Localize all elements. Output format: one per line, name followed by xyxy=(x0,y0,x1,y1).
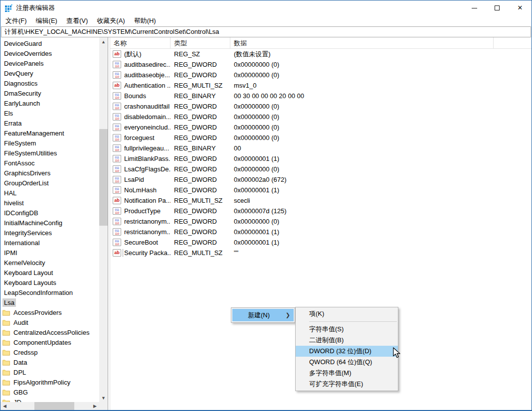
address-bar[interactable]: 计算机\HKEY_LOCAL_MACHINE\SYSTEM\CurrentCon… xyxy=(1,26,531,37)
column-header-type[interactable]: 类型 xyxy=(171,37,230,49)
value-name-cell: LsaPid xyxy=(110,175,171,184)
tree-item[interactable]: DmaSecurity xyxy=(0,88,99,98)
tree-item[interactable]: GroupOrderList xyxy=(0,178,99,188)
registry-value-row[interactable]: (默认) REG_SZ (数值未设置) xyxy=(110,49,532,59)
registry-value-row[interactable]: disabledomain... REG_DWORD 0x00000000 (0… xyxy=(110,112,532,122)
tree-item[interactable]: Keyboard Layout xyxy=(0,268,99,277)
tree-item[interactable]: InitialMachineConfig xyxy=(0,218,99,228)
tree-item-label: FontAssoc xyxy=(2,159,36,167)
vertical-scrollbar-thumb[interactable] xyxy=(99,129,108,226)
tree-item-label: InitialMachineConfig xyxy=(2,219,64,227)
tree-item[interactable]: IPMI xyxy=(0,248,99,258)
context-menu-item-new[interactable]: 新建(N) ❯ xyxy=(232,309,294,321)
tree-item[interactable]: DevicePanels xyxy=(0,58,99,68)
tree-item[interactable]: LeapSecondInformation xyxy=(0,287,99,297)
tree-item[interactable]: Credssp xyxy=(0,347,99,357)
tree-item[interactable]: IntegrityServices xyxy=(0,228,99,238)
registry-value-row[interactable]: Authentication ... REG_MULTI_SZ msv1_0 xyxy=(110,80,532,91)
tree-item[interactable]: DPL xyxy=(0,367,99,377)
registry-value-row[interactable]: SecureBoot REG_DWORD 0x00000001 (1) xyxy=(110,237,532,248)
value-type: REG_DWORD xyxy=(171,61,230,68)
registry-editor-window: 注册表编辑器 ✕ 文件(F)编辑(E)查看(V)收藏夹(A)帮助(H) 计算机\… xyxy=(0,0,532,411)
tree-item-label: hivelist xyxy=(2,199,25,207)
scroll-up-icon[interactable]: ▲ xyxy=(99,37,108,46)
tree-item[interactable]: JD xyxy=(0,397,99,402)
tree-item[interactable]: Audit xyxy=(0,317,99,327)
registry-value-row[interactable]: fullprivilegeau... REG_BINARY 00 xyxy=(110,143,532,153)
tree-vertical-scrollbar[interactable]: ▲ ▼ xyxy=(99,37,108,402)
menu-bar-item[interactable]: 查看(V) xyxy=(62,15,92,27)
registry-value-row[interactable]: Bounds REG_BINARY 00 30 00 00 00 20 00 0… xyxy=(110,91,532,101)
registry-value-row[interactable]: auditbasedirec... REG_DWORD 0x00000000 (… xyxy=(110,59,532,70)
submenu-item[interactable]: 多字符串值(M) xyxy=(296,368,398,379)
registry-value-row[interactable]: NoLmHash REG_DWORD 0x00000001 (1) xyxy=(110,185,532,195)
registry-value-row[interactable]: Notification Pa... REG_MULTI_SZ scecli xyxy=(110,195,532,206)
submenu-item[interactable]: QWORD (64 位)值(Q) xyxy=(296,357,398,368)
tree-item[interactable]: FipsAlgorithmPolicy xyxy=(0,377,99,387)
tree-item[interactable]: HAL xyxy=(0,188,99,198)
submenu-item[interactable]: DWORD (32 位)值(D) xyxy=(296,346,398,357)
registry-value-row[interactable]: everyoneinclud... REG_DWORD 0x00000000 (… xyxy=(110,122,532,133)
tree-item[interactable]: Data xyxy=(0,357,99,367)
menu-bar-item[interactable]: 编辑(E) xyxy=(31,15,62,27)
tree-item[interactable]: FileSystemUtilities xyxy=(0,148,99,158)
tree-item[interactable]: DeviceOverrides xyxy=(0,48,99,58)
maximize-button[interactable] xyxy=(486,0,509,15)
tree-item[interactable]: FileSystem xyxy=(0,138,99,148)
tree-item[interactable]: FontAssoc xyxy=(0,158,99,168)
value-data: "" xyxy=(230,249,494,257)
tree-item[interactable]: Lsa xyxy=(0,297,99,307)
scroll-left-icon[interactable]: ◀ xyxy=(0,402,9,410)
tree-item[interactable]: EarlyLaunch xyxy=(0,98,99,108)
dword-value-icon xyxy=(113,134,121,141)
menu-bar-item[interactable]: 文件(F) xyxy=(1,15,31,27)
registry-value-row[interactable]: ProductType REG_DWORD 0x0000007d (125) xyxy=(110,206,532,216)
submenu-item[interactable]: 二进制值(B) xyxy=(296,335,398,346)
tree-item[interactable]: Errata xyxy=(0,118,99,128)
tree-item[interactable]: FeatureManagement xyxy=(0,128,99,138)
menu-bar-item[interactable]: 收藏夹(A) xyxy=(92,15,129,27)
registry-value-row[interactable]: LimitBlankPass... REG_DWORD 0x00000001 (… xyxy=(110,153,532,164)
value-name: disabledomain... xyxy=(123,113,171,121)
horizontal-scrollbar-thumb[interactable] xyxy=(34,402,74,410)
tree-item[interactable]: hivelist xyxy=(0,198,99,208)
value-name-cell: auditbaseobje... xyxy=(110,71,171,79)
submenu-item[interactable]: 字符串值(S) xyxy=(296,324,398,335)
tree-item[interactable]: DeviceGuard xyxy=(0,38,99,48)
scroll-right-icon[interactable]: ▶ xyxy=(91,402,99,410)
minimize-button[interactable] xyxy=(463,0,486,15)
tree-item[interactable]: KernelVelocity xyxy=(0,258,99,268)
close-button[interactable]: ✕ xyxy=(509,0,532,15)
tree-item[interactable]: GBG xyxy=(0,387,99,397)
tree-item[interactable]: Els xyxy=(0,108,99,118)
column-header-data[interactable]: 数据 xyxy=(230,37,494,49)
tree-item-label: EarlyLaunch xyxy=(2,99,41,108)
registry-value-row[interactable]: auditbaseobje... REG_DWORD 0x00000000 (0… xyxy=(110,70,532,80)
registry-value-row[interactable]: crashonauditfail REG_DWORD 0x00000000 (0… xyxy=(110,101,532,112)
scroll-down-icon[interactable]: ▼ xyxy=(99,394,108,402)
tree-item[interactable]: DevQuery xyxy=(0,68,99,78)
tree-item[interactable]: Keyboard Layouts xyxy=(0,277,99,287)
tree-item[interactable]: International xyxy=(0,238,99,248)
tree-item[interactable]: AccessProviders xyxy=(0,307,99,317)
title-bar[interactable]: 注册表编辑器 ✕ xyxy=(0,0,532,15)
registry-value-row[interactable]: LsaCfgFlagsDe... REG_DWORD 0x00000000 (0… xyxy=(110,164,532,174)
column-header-name[interactable]: 名称 xyxy=(110,37,171,49)
tree-item[interactable]: ComponentUpdates xyxy=(0,337,99,347)
submenu-item[interactable]: 项(K) xyxy=(296,308,398,319)
menu-bar-item[interactable]: 帮助(H) xyxy=(130,15,161,27)
window-title: 注册表编辑器 xyxy=(16,3,55,12)
value-name: Authentication ... xyxy=(123,81,171,90)
dword-value-icon xyxy=(113,103,121,110)
tree-item[interactable]: GraphicsDrivers xyxy=(0,168,99,178)
registry-value-row[interactable]: restrictanonym... REG_DWORD 0x00000000 (… xyxy=(110,216,532,227)
submenu-item[interactable]: 可扩充字符串值(E) xyxy=(296,379,398,390)
tree-item[interactable]: CentralizedAccessPolicies xyxy=(0,327,99,337)
registry-value-row[interactable]: forceguest REG_DWORD 0x00000000 (0) xyxy=(110,133,532,143)
registry-value-row[interactable]: Security Packa... REG_MULTI_SZ "" xyxy=(110,248,532,258)
registry-value-row[interactable]: LsaPid REG_DWORD 0x000002a0 (672) xyxy=(110,174,532,185)
tree-item[interactable]: Diagnostics xyxy=(0,78,99,88)
registry-value-row[interactable]: restrictanonym... REG_DWORD 0x00000001 (… xyxy=(110,227,532,237)
tree-horizontal-scrollbar[interactable]: ◀ ▶ xyxy=(0,402,99,410)
tree-item[interactable]: IDConfigDB xyxy=(0,208,99,218)
